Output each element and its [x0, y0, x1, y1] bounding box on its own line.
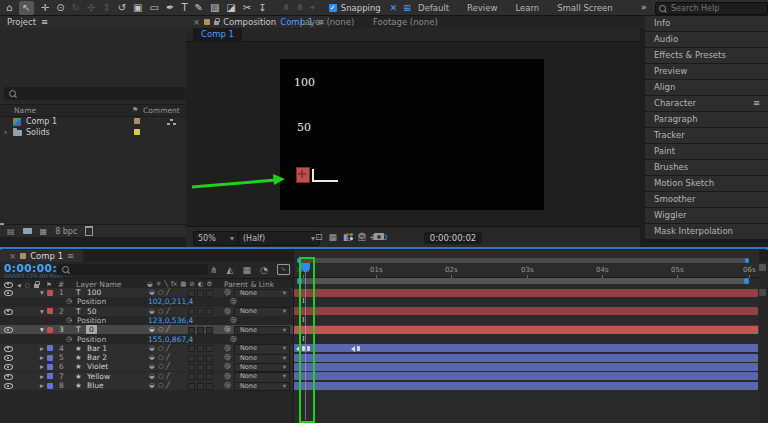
snapping-checkbox[interactable]: ✓ — [329, 4, 337, 12]
draft-3d-icon[interactable]: ◭ — [227, 265, 234, 275]
tab-layer[interactable]: Layer (none) — [300, 16, 354, 28]
layer-bar-blue[interactable] — [294, 382, 758, 390]
brush-tool-icon[interactable]: ✎ — [195, 1, 203, 15]
zoom-tool-icon[interactable]: ⊙ — [56, 1, 64, 15]
pickwhip-icon[interactable]: @ — [224, 372, 231, 381]
expander-icon[interactable]: ▾ — [40, 307, 44, 316]
workspace-overflow-chevron[interactable]: » — [641, 2, 647, 12]
work-area-bar[interactable] — [297, 278, 749, 284]
panel-tab-motion-sketch[interactable]: Motion Sketch — [645, 176, 768, 191]
new-composition-icon[interactable]: ▦ — [40, 227, 48, 236]
layer-name[interactable]: 100 — [87, 288, 101, 297]
column-name[interactable]: Name — [14, 105, 36, 116]
quality-switch-icon[interactable]: ╲ — [164, 280, 168, 288]
quality-icon[interactable]: ╱ — [166, 344, 170, 353]
effects-icon[interactable]: ○ — [158, 344, 164, 353]
keyframe-group[interactable] — [296, 345, 310, 353]
eye-icon[interactable] — [4, 327, 13, 333]
shy-icon[interactable]: ◒ — [149, 344, 155, 353]
lock-icon[interactable] — [214, 21, 219, 25]
orbit-camera-tool-icon[interactable]: ↻ — [72, 1, 80, 15]
keyframe-icon[interactable] — [357, 346, 360, 351]
label-chip[interactable] — [47, 308, 53, 314]
video-column-eye-icon[interactable] — [4, 282, 13, 288]
panel-tab-brushes[interactable]: Brushes — [645, 160, 768, 175]
layer-bar-bar1[interactable] — [294, 344, 758, 352]
switch-cell[interactable] — [197, 290, 204, 297]
switch-cell[interactable] — [188, 364, 195, 371]
hold-keyframe-icon[interactable] — [351, 346, 355, 352]
channel-icon[interactable] — [346, 233, 349, 236]
search-help-input[interactable] — [669, 3, 761, 14]
panel-tab-audio[interactable]: Audio — [645, 32, 768, 47]
project-search-box[interactable] — [4, 87, 185, 100]
label-chip[interactable] — [47, 355, 53, 361]
quality-icon[interactable]: ╱ — [166, 381, 170, 390]
label-column-icon[interactable]: ⚑ — [132, 105, 138, 116]
comp-mini-map-button[interactable] — [759, 289, 766, 296]
pickwhip-icon[interactable]: @ — [230, 335, 237, 344]
timeline-graph-area[interactable]: :00f 01s 02s 03s 04s 05s 06s I I I — [293, 250, 759, 423]
switch-cell[interactable] — [188, 373, 195, 380]
pickwhip-icon[interactable]: @ — [224, 353, 231, 362]
panel-tab-align[interactable]: Align — [645, 80, 768, 95]
switch-cell[interactable] — [197, 308, 204, 315]
layer-bar-100[interactable] — [294, 289, 758, 297]
rotation-tool-icon[interactable]: ↺ — [118, 1, 126, 15]
switch-cell[interactable] — [206, 327, 213, 334]
expander-icon[interactable]: ▾ — [40, 325, 44, 334]
expander-icon[interactable]: ▸ — [40, 362, 44, 371]
switch-cell[interactable] — [206, 364, 213, 371]
resolution-dropdown[interactable]: (Half)▾ — [238, 231, 320, 246]
panel-tab-wiggler[interactable]: Wiggler — [645, 208, 768, 223]
interpret-footage-icon[interactable]: ▤ — [7, 227, 15, 236]
pickwhip-icon[interactable]: @ — [224, 307, 231, 316]
viewer-timecode[interactable]: 0:00:00:02 — [424, 232, 482, 244]
switch-cell[interactable] — [197, 383, 204, 390]
selected-text-layer-marker[interactable] — [296, 167, 310, 183]
frame-blending-icon[interactable]: ▦ — [242, 265, 251, 275]
label-chip[interactable] — [47, 290, 53, 296]
color-depth-button[interactable]: 8 bpc — [55, 227, 77, 236]
position-property-row[interactable]: ◷ Position 102,0,211,4 @ — [0, 297, 293, 306]
expander-icon[interactable]: ▸ — [40, 344, 44, 353]
expander-icon[interactable]: ▸ — [40, 353, 44, 362]
layer-row-5[interactable]: ▸ 5 ★ Bar 2 ◒ ○ ╱ @ None▾ — [0, 353, 293, 362]
keyframe-icon[interactable] — [307, 346, 310, 351]
eye-icon[interactable] — [4, 309, 13, 315]
property-label[interactable]: Position — [77, 316, 106, 325]
panel-tab-tracker[interactable]: Tracker — [645, 128, 768, 143]
comp-marker-button[interactable] — [759, 264, 766, 271]
panel-tab-smoother[interactable]: Smoother — [645, 192, 768, 207]
eye-icon[interactable] — [4, 383, 13, 389]
effects-icon[interactable]: ○ — [158, 362, 164, 371]
workspace-learn[interactable]: Learn — [515, 3, 539, 13]
parent-dropdown[interactable]: None▾ — [234, 382, 290, 392]
panel-menu-icon[interactable]: ≡ — [753, 96, 760, 111]
solo-column-icon[interactable]: ○ — [25, 281, 30, 288]
close-icon[interactable]: × — [9, 251, 16, 261]
layer-row-4[interactable]: ▸ 4 ★ Bar 1 ◒ ○ ╱ @ None▾ — [0, 344, 293, 353]
switch-cell[interactable] — [206, 373, 213, 380]
switch-cell[interactable] — [188, 345, 195, 352]
effects-icon[interactable]: ○ — [158, 353, 164, 362]
workspace-small-screen[interactable]: Small Screen — [557, 3, 613, 13]
viewer-tab-comp1[interactable]: Comp 1 — [193, 28, 242, 41]
frame-region-icon[interactable]: ⊡ — [315, 232, 323, 242]
tab-footage[interactable]: Footage (none) — [373, 16, 438, 28]
dolly-camera-tool-icon[interactable]: ↕ — [102, 1, 110, 15]
snap-option-icon[interactable]: ✕ — [390, 3, 398, 13]
shy-icon[interactable]: ◒ — [149, 372, 155, 381]
switch-cell[interactable] — [206, 345, 213, 352]
panel-tab-mask-interpolation[interactable]: Mask Interpolation — [645, 224, 768, 239]
switch-cell[interactable] — [206, 383, 213, 390]
property-label[interactable]: Position — [77, 335, 106, 344]
snapshot-camera-icon[interactable] — [374, 233, 384, 240]
position-value[interactable]: 102,0,211,4 — [148, 297, 193, 306]
keyframe-group[interactable] — [351, 345, 360, 353]
selection-tool-icon[interactable]: ↖ — [19, 1, 33, 15]
layer-name[interactable]: Blue — [87, 381, 104, 390]
expander-icon[interactable]: ▸ — [40, 381, 44, 390]
switch-cell[interactable] — [197, 355, 204, 362]
layer-name[interactable]: Yellow — [87, 372, 110, 381]
